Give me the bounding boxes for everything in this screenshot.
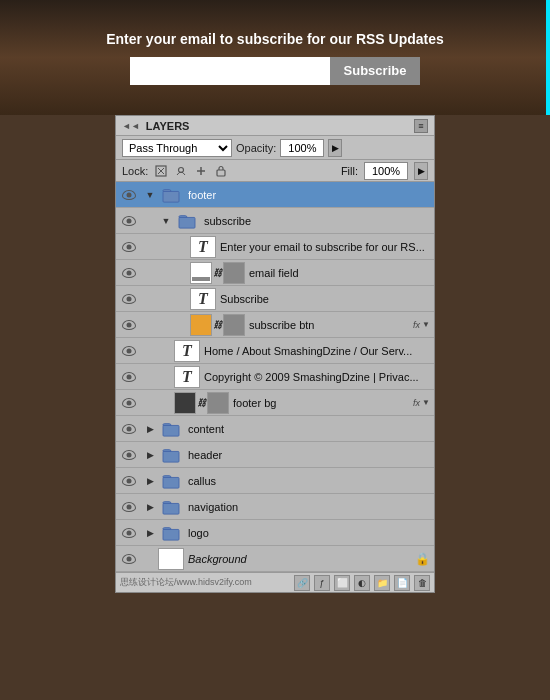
layer-row-subscribe-btn[interactable]: ⛓subscribe btnfx▼ [116,312,434,338]
layer-row-footer[interactable]: ▼ footer [116,182,434,208]
expand-header[interactable]: ▶ [142,442,158,468]
thumb-callus [158,470,184,492]
subscribe-button[interactable]: Subscribe [330,57,421,85]
watermark-text: 思练设计论坛/www.hidsv2ify.com [120,576,252,589]
opacity-input[interactable] [280,139,324,157]
layer-style-button[interactable]: ƒ [314,575,330,591]
expand-footer-bg[interactable] [158,390,174,416]
layer-name-subscribe-btn: subscribe btn [249,319,413,331]
layer-row-background[interactable]: Background🔒 [116,546,434,572]
lock-all-icon[interactable] [214,164,228,178]
eye-copyright[interactable] [116,364,142,390]
opacity-arrow[interactable]: ▶ [328,139,342,157]
eye-header[interactable] [116,442,142,468]
folder-icon [161,499,181,515]
group-button[interactable]: 📁 [374,575,390,591]
thumb-background [158,548,184,570]
eye-icon-rss-text [122,242,136,252]
eye-footer[interactable] [116,182,142,208]
expand-subscribe-btn[interactable] [174,312,190,338]
eye-icon-home-nav [122,346,136,356]
layer-row-header[interactable]: ▶ header [116,442,434,468]
svg-rect-2 [217,170,225,176]
svg-rect-7 [163,477,179,488]
link-icon-subscribe-btn: ⛓ [213,320,222,330]
layer-row-copyright[interactable]: TCopyright © 2009 SmashingDzine | Privac… [116,364,434,390]
svg-rect-5 [163,425,179,436]
fx-badge-footer-bg: fx [413,398,420,408]
layer-name-navigation: navigation [188,501,430,513]
thumb1-footer-bg [174,392,196,414]
eye-subscribe-btn[interactable] [116,312,142,338]
eye-icon-callus [122,476,136,486]
eye-subscribe-text[interactable] [116,286,142,312]
delete-layer-button[interactable]: 🗑 [414,575,430,591]
layer-row-rss-text[interactable]: TEnter your email to subscribe for our R… [116,234,434,260]
email-input[interactable] [130,57,330,85]
expand-subscribe[interactable]: ▼ [158,208,174,234]
blend-opacity-row: Pass Through Opacity: ▶ [116,136,434,160]
fill-input[interactable] [364,162,408,180]
lock-image-icon[interactable] [174,164,188,178]
eye-content[interactable] [116,416,142,442]
thumb2-email-field [223,262,245,284]
blend-mode-select[interactable]: Pass Through [122,139,232,157]
eye-subscribe[interactable] [116,208,142,234]
eye-home-nav[interactable] [116,338,142,364]
lock-position-icon[interactable] [194,164,208,178]
new-layer-button[interactable]: 📄 [394,575,410,591]
layer-row-home-nav[interactable]: THome / About SmashingDzine / Our Serv..… [116,338,434,364]
layer-row-email-field[interactable]: ⛓email field [116,260,434,286]
bottom-bar: 思练设计论坛/www.hidsv2ify.com 🔗 ƒ ⬜ ◐ 📁 📄 🗑 [116,572,434,592]
eye-icon-copyright [122,372,136,382]
expand-subscribe-text[interactable] [174,286,190,312]
mask-button[interactable]: ⬜ [334,575,350,591]
layer-row-logo[interactable]: ▶ logo [116,520,434,546]
eye-background[interactable] [116,546,142,572]
lock-fill-row: Lock: Fill: ▶ [116,160,434,182]
expand-callus[interactable]: ▶ [142,468,158,494]
eye-callus[interactable] [116,468,142,494]
eye-icon-subscribe [122,216,136,226]
link-layers-button[interactable]: 🔗 [294,575,310,591]
adjustment-button[interactable]: ◐ [354,575,370,591]
eye-logo[interactable] [116,520,142,546]
folder-icon [161,447,181,463]
banner-input-row: Subscribe [130,57,421,85]
lock-pixel-icon[interactable] [154,164,168,178]
layer-list[interactable]: ▼ footer▼ subscribeTEnter your email to … [116,182,434,572]
fill-arrow[interactable]: ▶ [414,162,428,180]
thumb-subscribe-btn: ⛓ [190,314,245,336]
expand-footer[interactable]: ▼ [142,182,158,208]
eye-navigation[interactable] [116,494,142,520]
layer-name-subscribe-text: Subscribe [220,293,430,305]
layer-row-callus[interactable]: ▶ callus [116,468,434,494]
expand-home-nav[interactable] [158,338,174,364]
expand-content[interactable]: ▶ [142,416,158,442]
layer-row-navigation[interactable]: ▶ navigation [116,494,434,520]
layer-row-subscribe[interactable]: ▼ subscribe [116,208,434,234]
eye-rss-text[interactable] [116,234,142,260]
expand-background[interactable] [142,546,158,572]
layer-row-subscribe-text[interactable]: TSubscribe [116,286,434,312]
layer-row-content[interactable]: ▶ content [116,416,434,442]
eye-icon-header [122,450,136,460]
layer-row-footer-bg[interactable]: ⛓footer bgfx▼ [116,390,434,416]
expand-rss-text[interactable] [174,234,190,260]
eye-icon-email-field [122,268,136,278]
expand-navigation[interactable]: ▶ [142,494,158,520]
expand-copyright[interactable] [158,364,174,390]
panel-titlebar: ◄◄ LAYERS ≡ [116,116,434,136]
expand-logo[interactable]: ▶ [142,520,158,546]
panel-menu-button[interactable]: ≡ [414,119,428,133]
thumb-email-field: ⛓ [190,262,245,284]
folder-icon [161,187,181,203]
eye-icon-navigation [122,502,136,512]
lock-icon-background: 🔒 [415,552,430,566]
eye-footer-bg[interactable] [116,390,142,416]
panel-arrows: ◄◄ [122,121,140,131]
eye-email-field[interactable] [116,260,142,286]
layer-name-background: Background [188,553,411,565]
layer-name-content: content [188,423,430,435]
expand-email-field[interactable] [174,260,190,286]
